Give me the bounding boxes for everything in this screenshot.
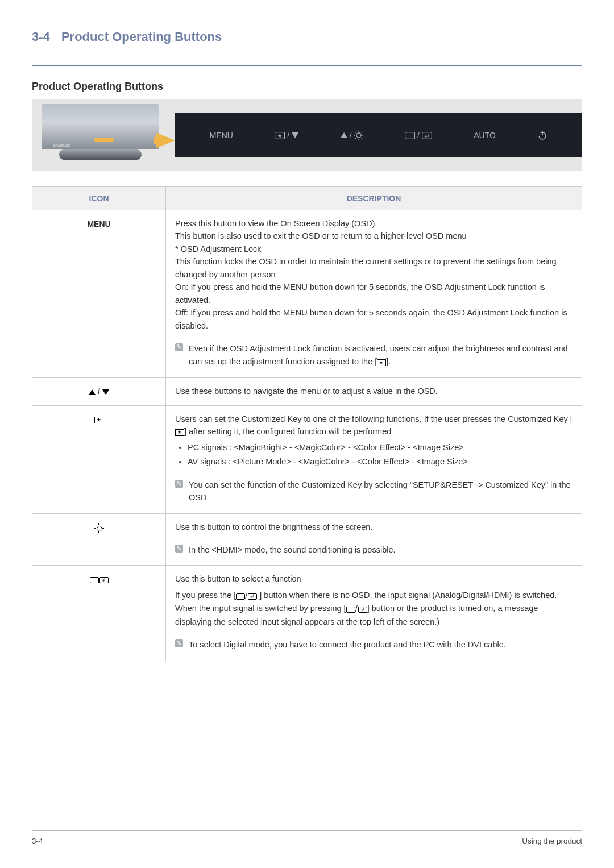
section-heading: 3-4 Product Operating Buttons — [32, 30, 582, 50]
desc-menu: Press this button to view the On Screen … — [166, 210, 582, 378]
strip-up-bright: / — [341, 131, 363, 140]
bright-p1: Use this button to control the brightnes… — [175, 521, 572, 533]
col-header-icon: ICON — [32, 187, 166, 210]
svg-line-9 — [355, 132, 356, 133]
svg-point-4 — [356, 133, 361, 138]
section-title: Product Operating Buttons — [61, 30, 222, 44]
desc-source: Use this button to select a function If … — [166, 566, 582, 661]
icon-source — [32, 566, 166, 661]
table-row: Use this button to select a function If … — [32, 566, 582, 661]
callout-arrow-icon — [156, 132, 175, 148]
product-buttons-figure: SAMSUNG MENU ★ / / / AUTO — [32, 99, 582, 171]
buttons-table: ICON DESCRIPTION MENU Press this button … — [32, 186, 582, 661]
menu-p1: Press this button to view the On Screen … — [175, 217, 572, 230]
icon-customized-key — [32, 405, 166, 513]
table-row: Users can set the Customized Key to one … — [32, 405, 582, 513]
brightness-icon — [95, 524, 103, 532]
menu-p5: On: If you press and hold the MENU butto… — [175, 281, 572, 306]
menu-p2: This button is also used to exit the OSD… — [175, 230, 572, 242]
customized-key-icon — [175, 429, 184, 436]
icon-menu-label: MENU — [32, 210, 166, 378]
triangle-up-icon — [89, 389, 96, 395]
menu-p6: Off: If you press and hold the MENU butt… — [175, 306, 572, 332]
section-number: 3-4 — [32, 30, 50, 44]
strip-auto-label: AUTO — [474, 131, 496, 140]
desc-custom: Users can set the Customized Key to one … — [166, 405, 582, 513]
table-row: Use this button to control the brightnes… — [32, 513, 582, 566]
customized-key-icon — [377, 359, 386, 366]
page-footer: 3-4 Using the product — [32, 830, 582, 845]
svg-marker-2 — [292, 132, 298, 138]
menu-note: Even if the OSD Adjustment Lock function… — [175, 338, 572, 371]
source-enter-icon — [99, 577, 109, 583]
strip-custom-down: ★ / — [275, 131, 298, 140]
sub-heading: Product Operating Buttons — [32, 81, 582, 93]
table-row: / Use these buttons to navigate the menu… — [32, 378, 582, 406]
svg-line-11 — [355, 138, 356, 139]
svg-line-12 — [361, 132, 362, 133]
source-note: To select Digital mode, you have to conn… — [175, 634, 572, 653]
footer-right: Using the product — [522, 837, 582, 845]
strip-power-icon — [537, 130, 547, 140]
svg-rect-13 — [405, 132, 414, 139]
source-rect-icon — [346, 607, 355, 613]
button-strip: MENU ★ / / / AUTO — [175, 113, 582, 157]
customized-key-icon — [94, 417, 103, 423]
icon-up-down: / — [32, 378, 166, 406]
icon-brightness — [32, 513, 166, 566]
custom-note: You can set the function of the Customiz… — [175, 474, 572, 506]
section-rule — [32, 65, 582, 66]
col-header-description: DESCRIPTION — [166, 187, 582, 210]
svg-marker-3 — [341, 132, 347, 138]
source-enter-icon — [248, 593, 257, 600]
source-p1: Use this button to select a function — [175, 572, 572, 585]
desc-bright: Use this button to control the brightnes… — [166, 513, 582, 566]
svg-line-10 — [361, 138, 362, 139]
source-enter-icon — [358, 607, 367, 613]
source-rect-icon — [236, 593, 245, 600]
table-row: MENU Press this button to view the On Sc… — [32, 210, 582, 378]
desc-updown: Use these buttons to navigate the menu o… — [166, 378, 582, 406]
monitor-stand-illustration: SAMSUNG — [42, 104, 159, 165]
strip-source: / — [405, 131, 432, 140]
bright-note: In the <HDMI> mode, the sound conditioni… — [175, 539, 572, 558]
menu-p3: * OSD Adjustment Lock — [175, 243, 572, 255]
source-rect-icon — [90, 577, 99, 583]
footer-left: 3-4 — [32, 837, 43, 845]
menu-p4: This function locks the OSD in order to … — [175, 255, 572, 281]
svg-rect-14 — [422, 132, 432, 139]
custom-bullet-pc: PC signals : <MagicBright> - <MagicColor… — [188, 441, 572, 454]
custom-bullet-av: AV signals : <Picture Mode> - <MagicColo… — [188, 455, 572, 468]
strip-menu-label: MENU — [210, 131, 233, 140]
svg-text:★: ★ — [277, 133, 282, 139]
triangle-down-icon — [102, 389, 109, 395]
